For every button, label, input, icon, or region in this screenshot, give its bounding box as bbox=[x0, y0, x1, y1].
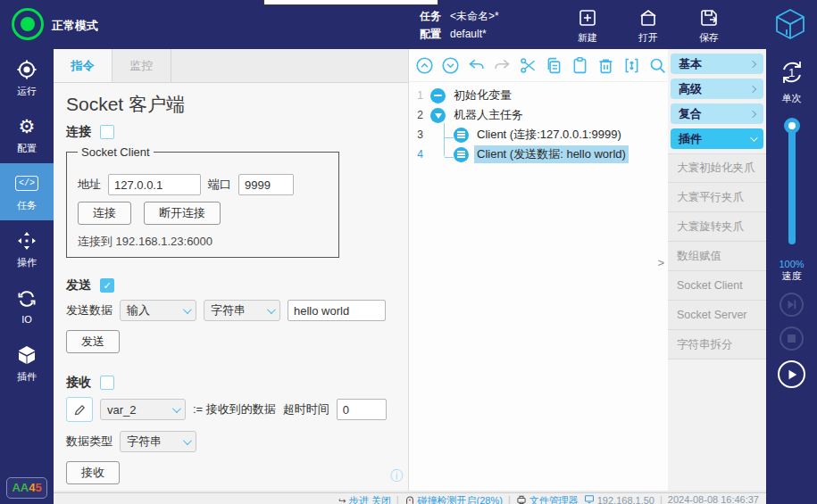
category-basic-button[interactable]: 基本 bbox=[671, 54, 763, 74]
speed-slider[interactable] bbox=[766, 118, 817, 252]
delete-icon[interactable] bbox=[596, 55, 615, 75]
data-type-label: 数据类型 bbox=[66, 434, 113, 450]
move-arrows-icon bbox=[16, 229, 38, 252]
play-button[interactable] bbox=[778, 360, 805, 388]
task-label: 任务 bbox=[420, 7, 450, 25]
tree-row-client-send[interactable]: 4 Client (发送数据: hello world) bbox=[409, 145, 668, 164]
search-icon[interactable] bbox=[647, 55, 667, 75]
receive-checkbox[interactable] bbox=[100, 376, 114, 390]
separator: | bbox=[660, 494, 663, 504]
config-label: 配置 bbox=[420, 25, 450, 43]
edit-variable-button[interactable] bbox=[66, 397, 93, 422]
panel-expander-chevron[interactable]: > bbox=[657, 256, 664, 269]
plugin-instruction-list: 大寰初始化夹爪 大寰平行夹爪 大寰旋转夹爪 数组赋值 Socket Client… bbox=[668, 153, 766, 359]
open-task-label: 打开 bbox=[625, 31, 671, 45]
category-composite-button[interactable]: 复合 bbox=[671, 103, 763, 124]
palette-item-dh-rotary-gripper[interactable]: 大寰旋转夹爪 bbox=[668, 212, 766, 242]
receive-var-select[interactable]: var_2 bbox=[100, 399, 186, 420]
palette-item-string-split[interactable]: 字符串拆分 bbox=[668, 330, 766, 359]
chevron-down-icon bbox=[750, 134, 757, 141]
connect-checkbox[interactable] bbox=[100, 125, 114, 139]
copy-icon[interactable] bbox=[544, 55, 563, 75]
info-icon[interactable]: ⓘ bbox=[390, 468, 403, 484]
sidebar-item-run[interactable]: 运行 bbox=[0, 49, 54, 106]
sidebar-item-plugin[interactable]: 插件 bbox=[0, 335, 54, 392]
send-source-select[interactable]: 输入 bbox=[120, 300, 196, 321]
disconnect-button[interactable]: 断开连接 bbox=[144, 202, 221, 225]
mode-label: 正常模式 bbox=[52, 18, 98, 34]
coordinate-badge[interactable]: AA45 bbox=[6, 477, 47, 499]
tree-row-main-task[interactable]: 2 机器人主任务 bbox=[409, 105, 668, 125]
tree-node-label[interactable]: Client (连接:127.0.0.1:9999) bbox=[474, 126, 624, 144]
expanded-circle-icon[interactable] bbox=[430, 108, 446, 123]
step-mode-status[interactable]: ↪ 步进 关闭 bbox=[338, 494, 390, 504]
cube-icon bbox=[16, 343, 38, 367]
stop-button[interactable] bbox=[779, 326, 804, 351]
speed-slider-track[interactable] bbox=[788, 125, 796, 244]
tree-toolbar bbox=[409, 49, 668, 81]
file-manager-link[interactable]: 文件管理器 bbox=[516, 494, 579, 504]
sidebar-item-task[interactable]: ⋯</> 任务 bbox=[0, 163, 54, 220]
palette-item-socket-client[interactable]: Socket Client bbox=[668, 271, 766, 301]
tree-node-label[interactable]: 初始化变量 bbox=[451, 87, 514, 104]
tree-row-client-connect[interactable]: 3 Client (连接:127.0.0.1:9999) bbox=[409, 125, 668, 145]
brand-logo-icon bbox=[774, 7, 806, 44]
tree-node-label[interactable]: 机器人主任务 bbox=[451, 106, 526, 124]
send-type-value: 字符串 bbox=[211, 302, 246, 318]
send-button[interactable]: 发送 bbox=[66, 330, 120, 353]
sidebar-item-io[interactable]: IO bbox=[0, 277, 54, 335]
assign-text: := 接收到的数据 bbox=[193, 401, 276, 417]
redo-icon[interactable] bbox=[492, 55, 512, 75]
category-advanced-button[interactable]: 高级 bbox=[671, 78, 763, 99]
chevron-right-icon bbox=[749, 85, 756, 92]
address-input[interactable] bbox=[108, 174, 201, 195]
collision-detect-status[interactable]: 碰撞检测开启(28%) bbox=[404, 494, 503, 504]
palette-item-array-assign[interactable]: 数组赋值 bbox=[668, 242, 766, 271]
command-circle-icon[interactable] bbox=[454, 147, 469, 162]
top-bar: 正常模式 任务<未命名>* 配置default* 新建 打开 保存 bbox=[0, 0, 817, 49]
timeout-label: 超时时间 bbox=[283, 401, 329, 417]
badge-char: 5 bbox=[35, 481, 41, 494]
sidebar-item-operate[interactable]: 操作 bbox=[0, 220, 54, 277]
tree-row-init-vars[interactable]: 1 初始化变量 bbox=[409, 86, 668, 105]
palette-item-socket-server[interactable]: Socket Server bbox=[668, 301, 766, 330]
send-type-select[interactable]: 字符串 bbox=[204, 300, 280, 321]
expand-all-icon[interactable] bbox=[440, 55, 460, 75]
tab-command[interactable]: 指令 bbox=[54, 49, 113, 82]
connect-button[interactable]: 连接 bbox=[78, 202, 131, 225]
task-name-value: <未命名>* bbox=[450, 10, 499, 22]
timeout-input[interactable] bbox=[337, 399, 387, 420]
receive-type-select[interactable]: 字符串 bbox=[120, 431, 196, 452]
category-label: 复合 bbox=[679, 106, 702, 122]
cut-icon[interactable] bbox=[518, 55, 538, 75]
open-task-button[interactable]: 打开 bbox=[625, 7, 671, 45]
undo-icon[interactable] bbox=[466, 55, 486, 75]
speed-slider-knob[interactable] bbox=[784, 118, 800, 134]
form-tabbar: 指令 监控 bbox=[54, 49, 408, 83]
save-task-button[interactable]: 保存 bbox=[686, 7, 732, 45]
loop-once-icon[interactable]: 1 bbox=[778, 58, 806, 89]
swap-lines-icon[interactable] bbox=[621, 55, 641, 75]
category-plugin-button[interactable]: 插件 bbox=[671, 128, 763, 149]
port-input[interactable] bbox=[238, 174, 294, 195]
connect-section-label: 连接 bbox=[66, 124, 91, 140]
palette-item-dh-init-gripper[interactable]: 大寰初始化夹爪 bbox=[668, 153, 766, 183]
speed-value: 100% bbox=[779, 259, 804, 269]
step-button[interactable] bbox=[779, 293, 804, 317]
command-circle-icon[interactable] bbox=[454, 128, 469, 143]
palette-item-dh-parallel-gripper[interactable]: 大寰平行夹爪 bbox=[668, 183, 766, 212]
paste-icon[interactable] bbox=[570, 55, 589, 75]
minus-circle-icon[interactable] bbox=[430, 88, 446, 103]
tab-monitor[interactable]: 监控 bbox=[113, 49, 171, 82]
tree-node-label[interactable]: Client (发送数据: hello world) bbox=[474, 145, 629, 163]
receive-section-label: 接收 bbox=[66, 375, 91, 391]
collapse-all-icon[interactable] bbox=[414, 55, 434, 75]
datetime-status: 2024-08-08 16:46:37 bbox=[668, 494, 759, 504]
new-task-button[interactable]: 新建 bbox=[564, 7, 611, 45]
send-checkbox[interactable]: ✓ bbox=[100, 278, 114, 293]
sidebar-item-label: 插件 bbox=[17, 370, 37, 384]
chevron-down-icon bbox=[172, 404, 181, 413]
sidebar-item-config[interactable]: ⚙ 配置 bbox=[0, 106, 54, 163]
send-data-input[interactable] bbox=[288, 300, 386, 321]
receive-button[interactable]: 接收 bbox=[66, 461, 120, 484]
